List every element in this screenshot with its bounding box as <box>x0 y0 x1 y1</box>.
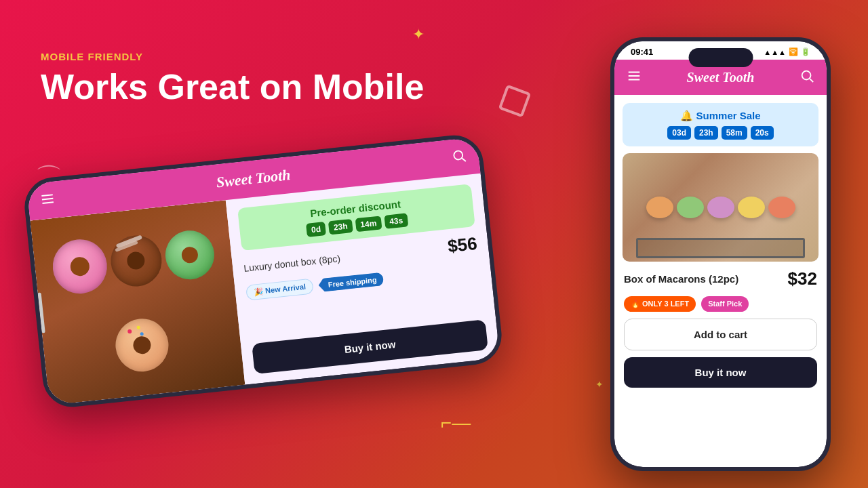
status-icons: ▲▲▲ 🛜 🔋 <box>764 47 810 56</box>
donut-visual <box>30 200 245 405</box>
summer-countdown-23h: 23h <box>694 126 718 140</box>
add-to-cart-button[interactable]: Add to cart <box>624 319 817 350</box>
star-decoration-small: ✦ <box>595 379 604 390</box>
macaron-image <box>623 153 818 262</box>
summer-countdown-58m: 58m <box>722 126 747 140</box>
star-decoration-top: ✦ <box>412 26 425 43</box>
countdown-0d: 0d <box>306 222 326 237</box>
search-icon-vertical[interactable] <box>800 68 814 86</box>
svg-line-0 <box>41 195 52 196</box>
svg-line-9 <box>810 79 813 82</box>
signal-icon: ▲▲▲ <box>764 48 786 56</box>
phone-vertical-app-title: Sweet Tooth <box>687 70 755 85</box>
status-time: 09:41 <box>631 47 653 57</box>
countdown-23h: 23h <box>328 219 353 235</box>
svg-line-2 <box>43 202 54 203</box>
left-text-block: MOBILE FRIENDLY Works Great on Mobile <box>41 51 424 106</box>
phone-vertical: 09:41 ▲▲▲ 🛜 🔋 Sweet Tooth 🔔 Summer Sale <box>610 37 831 471</box>
phone-vertical-body: 🔔 Summer Sale 03d 23h 58m 20s <box>614 95 827 467</box>
svg-line-4 <box>462 158 466 162</box>
hamburger-icon-vertical[interactable] <box>627 68 642 86</box>
phone-horizontal: Sweet Tooth <box>22 132 505 409</box>
phone-horizontal-app-title: Sweet Tooth <box>216 166 292 191</box>
summer-sale-title: 🔔 Summer Sale <box>632 110 809 122</box>
hamburger-icon[interactable] <box>39 191 56 210</box>
square-decoration <box>498 85 532 118</box>
product-name-horizontal: Luxury donut box (8pc) <box>243 253 341 274</box>
badge-new-arrival: 🎉 New Arrival <box>245 278 314 300</box>
svg-point-3 <box>454 150 463 160</box>
svg-point-8 <box>802 71 811 80</box>
donut-image <box>30 200 245 405</box>
dynamic-island <box>688 48 753 67</box>
product-price-horizontal: $56 <box>447 233 478 257</box>
phone-horizontal-content: Pre-order discount 0d 23h 14m 43s Luxury… <box>226 174 500 385</box>
badge-staff-pick: Staff Pick <box>701 296 749 312</box>
summer-countdown-03d: 03d <box>667 126 691 140</box>
product-info-row-vertical: Box of Macarons (12pc) $32 <box>623 268 818 289</box>
product-price-vertical: $32 <box>788 268 817 289</box>
zigzag-decoration: ⌐— <box>441 412 471 434</box>
phone-horizontal-inner: Sweet Tooth <box>26 137 500 405</box>
summer-sale-banner: 🔔 Summer Sale 03d 23h 58m 20s <box>623 103 818 146</box>
badge-only-3-left: 🔥 ONLY 3 LEFT <box>624 296 696 312</box>
buy-now-button-vertical[interactable]: Buy it now <box>624 357 817 388</box>
mobile-friendly-label: MOBILE FRIENDLY <box>41 51 424 62</box>
countdown-14m: 14m <box>355 216 382 232</box>
wifi-icon: 🛜 <box>789 47 798 56</box>
buy-now-button-horizontal[interactable]: Buy it now <box>252 319 488 374</box>
summer-countdown-row: 03d 23h 58m 20s <box>632 126 809 140</box>
product-name-vertical: Box of Macarons (12pc) <box>624 273 738 285</box>
countdown-43s: 43s <box>384 213 408 228</box>
phone-vertical-inner: 09:41 ▲▲▲ 🛜 🔋 Sweet Tooth 🔔 Summer Sale <box>614 41 827 467</box>
svg-line-1 <box>42 199 53 200</box>
product-badges-vertical: 🔥 ONLY 3 LEFT Staff Pick <box>623 296 818 312</box>
battery-icon: 🔋 <box>801 47 810 56</box>
badge-free-shipping: Free shipping <box>318 272 384 292</box>
search-icon-horizontal[interactable] <box>451 148 468 167</box>
main-heading: Works Great on Mobile <box>41 68 424 106</box>
summer-countdown-20s: 20s <box>751 126 774 140</box>
